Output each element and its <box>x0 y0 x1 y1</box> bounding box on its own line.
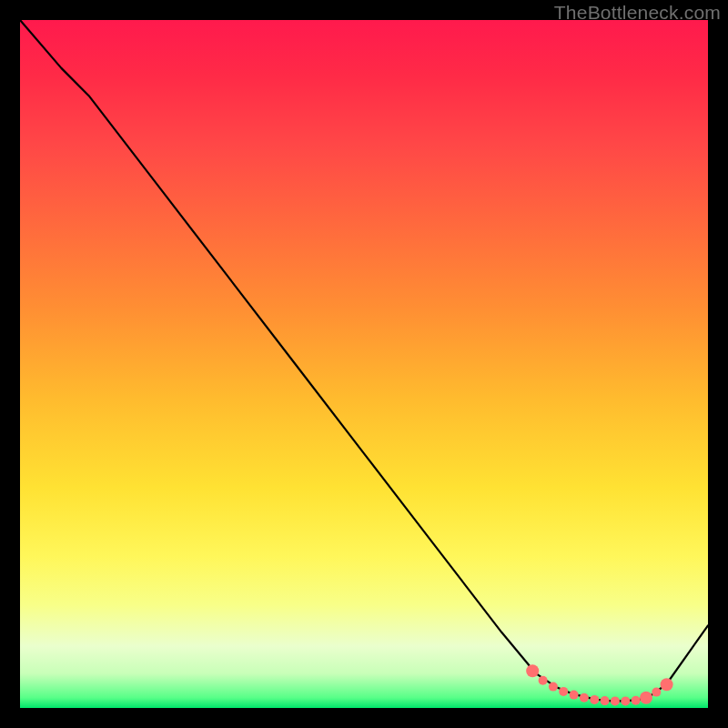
highlight-dot <box>559 687 568 696</box>
highlight-dot <box>549 682 558 692</box>
highlight-dot <box>611 696 620 705</box>
highlight-dot <box>652 688 661 697</box>
watermark-text: TheBottleneck.com <box>554 2 721 24</box>
highlight-dot <box>601 696 610 705</box>
highlight-dot <box>621 696 630 705</box>
chart-frame: TheBottleneck.com <box>0 0 728 728</box>
highlight-dot <box>661 678 673 691</box>
highlight-dot <box>570 691 579 700</box>
highlight-dot <box>640 692 652 704</box>
highlight-dot <box>539 676 548 685</box>
bottleneck-curve <box>20 20 708 701</box>
highlight-dot <box>632 696 641 705</box>
chart-svg <box>20 20 708 708</box>
plot-area <box>20 20 708 708</box>
highlight-dot <box>526 664 539 677</box>
highlight-dot <box>590 695 599 704</box>
highlight-dot <box>580 693 589 703</box>
